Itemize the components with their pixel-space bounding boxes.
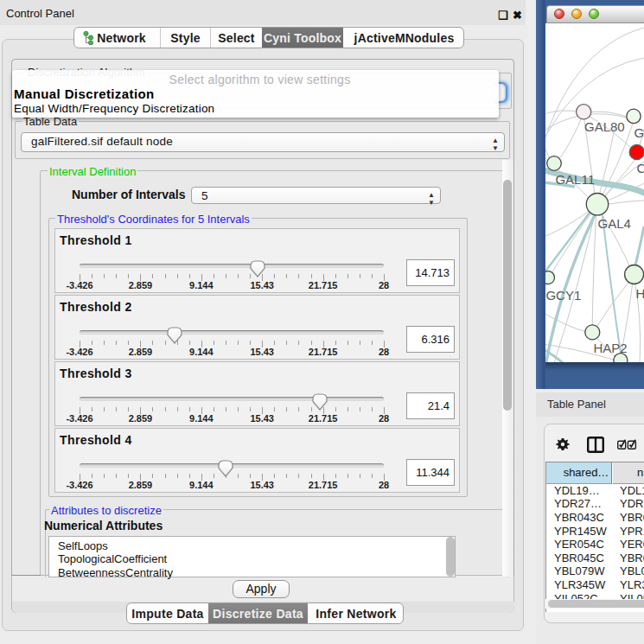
svg-text:G.: G. — [634, 125, 644, 140]
svg-text:C: C — [637, 161, 644, 175]
svg-text:GAL80: GAL80 — [584, 119, 625, 134]
svg-text:GAL11: GAL11 — [555, 172, 595, 187]
svg-text:GAL4: GAL4 — [598, 216, 631, 231]
svg-text:H: H — [635, 286, 644, 301]
svg-text:HAP2: HAP2 — [594, 341, 628, 355]
svg-text:GCY1: GCY1 — [545, 288, 581, 303]
